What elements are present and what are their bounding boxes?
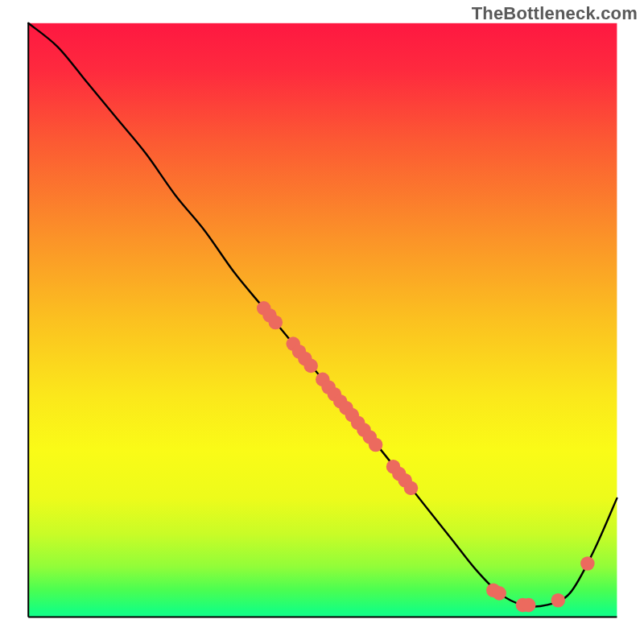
watermark-text: TheBottleneck.com	[472, 3, 638, 24]
data-point	[404, 481, 419, 496]
data-point	[522, 598, 536, 613]
chart-root: TheBottleneck.com	[0, 0, 644, 644]
data-point	[551, 593, 566, 608]
data-point	[303, 359, 318, 374]
data-point	[580, 556, 595, 571]
data-point	[369, 438, 383, 452]
plot-background	[28, 23, 617, 617]
data-point	[492, 586, 506, 601]
data-point	[269, 316, 283, 330]
bottleneck-chart	[0, 0, 644, 644]
